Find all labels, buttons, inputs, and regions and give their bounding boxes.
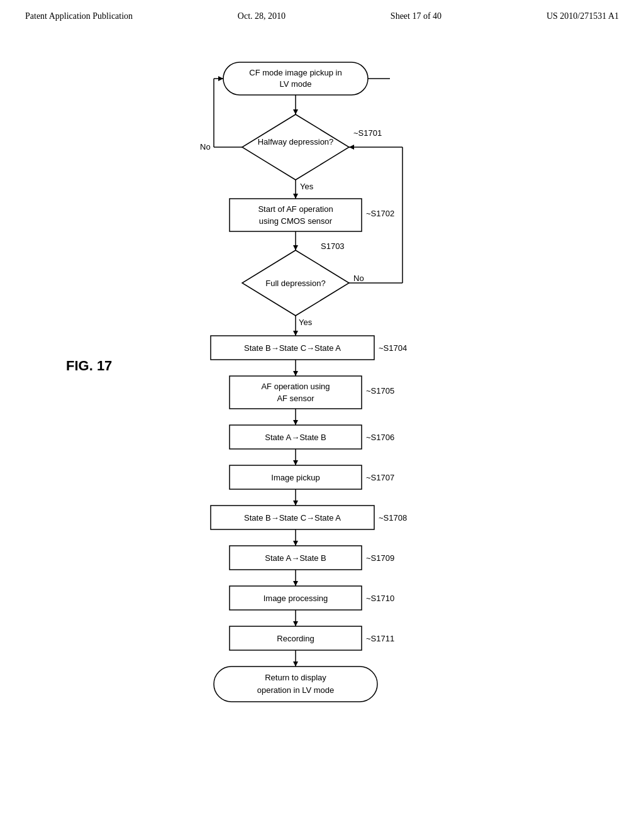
svg-text:Return to display: Return to display bbox=[265, 673, 326, 682]
svg-text:Halfway depression?: Halfway depression? bbox=[258, 137, 334, 147]
svg-text:Full depression?: Full depression? bbox=[265, 279, 325, 288]
yes-label-s1701: Yes bbox=[300, 182, 314, 191]
node-s1705: AF operation using AF sensor ~S1705 bbox=[230, 376, 394, 409]
svg-text:~S1707: ~S1707 bbox=[366, 473, 394, 482]
step-label-s1703-top: S1703 bbox=[321, 241, 345, 251]
header-sheet: Sheet 17 of 40 bbox=[391, 11, 441, 21]
no-label-s1703: No bbox=[353, 274, 364, 283]
svg-marker-54 bbox=[293, 541, 298, 546]
svg-text:Image processing: Image processing bbox=[264, 594, 328, 603]
node-s1710: Image processing ~S1710 bbox=[230, 586, 394, 610]
svg-text:Image pickup: Image pickup bbox=[271, 473, 319, 482]
svg-text:operation in LV mode: operation in LV mode bbox=[257, 685, 335, 695]
svg-text:State B→State C→State A: State B→State C→State A bbox=[244, 513, 341, 523]
node-start: CF mode image pickup in LV mode bbox=[223, 62, 368, 95]
header-patent-number: US 2010/271531 A1 bbox=[547, 11, 619, 21]
svg-rect-70 bbox=[214, 667, 377, 702]
svg-text:~S1711: ~S1711 bbox=[366, 634, 394, 643]
header-publication: Patent Application Publication bbox=[25, 11, 133, 21]
svg-text:~S1701: ~S1701 bbox=[353, 128, 382, 138]
svg-text:LV mode: LV mode bbox=[279, 79, 311, 89]
svg-marker-28 bbox=[293, 331, 298, 336]
node-s1704: State B→State C→State A ~S1704 bbox=[211, 336, 407, 360]
svg-text:AF sensor: AF sensor bbox=[277, 394, 314, 403]
node-end: Return to display operation in LV mode bbox=[214, 667, 377, 702]
node-s1707: Image pickup ~S1707 bbox=[230, 465, 394, 489]
header-date: Oct. 28, 2010 bbox=[238, 11, 286, 21]
svg-text:~S1710: ~S1710 bbox=[366, 594, 394, 603]
svg-marker-33 bbox=[293, 371, 298, 376]
svg-text:State B→State C→State A: State B→State C→State A bbox=[244, 343, 341, 353]
svg-marker-64 bbox=[293, 621, 298, 626]
svg-text:~S1704: ~S1704 bbox=[379, 343, 407, 353]
node-s1706: State A→State B ~S1706 bbox=[230, 425, 394, 449]
svg-marker-6 bbox=[242, 114, 349, 180]
node-s1708: State B→State C→State A ~S1708 bbox=[211, 506, 407, 529]
svg-marker-39 bbox=[293, 420, 298, 425]
svg-marker-69 bbox=[293, 661, 298, 667]
svg-text:AF operation using: AF operation using bbox=[261, 382, 330, 391]
svg-marker-12 bbox=[218, 76, 223, 81]
node-s1703: Full depression? bbox=[242, 250, 349, 316]
yes-label-s1703: Yes bbox=[299, 318, 313, 327]
svg-marker-26 bbox=[349, 145, 354, 150]
svg-rect-15 bbox=[230, 199, 362, 231]
fig-label: FIG. 17 bbox=[66, 358, 112, 374]
svg-marker-20 bbox=[293, 245, 298, 250]
svg-rect-0 bbox=[223, 62, 368, 95]
svg-text:State A→State B: State A→State B bbox=[265, 433, 326, 442]
node-s1711: Recording ~S1711 bbox=[230, 626, 394, 650]
svg-text:~S1706: ~S1706 bbox=[366, 433, 394, 442]
svg-text:Recording: Recording bbox=[277, 634, 314, 643]
svg-text:~S1709: ~S1709 bbox=[366, 553, 394, 563]
node-s1702: Start of AF operation using CMOS sensor … bbox=[230, 199, 394, 231]
svg-text:using CMOS sensor: using CMOS sensor bbox=[259, 216, 333, 226]
svg-rect-34 bbox=[230, 376, 362, 409]
svg-text:CF mode image pickup in: CF mode image pickup in bbox=[249, 68, 341, 77]
svg-marker-49 bbox=[293, 501, 298, 506]
svg-text:~S1708: ~S1708 bbox=[379, 513, 407, 523]
svg-text:State A→State B: State A→State B bbox=[265, 553, 326, 563]
page-header: Patent Application Publication Oct. 28, … bbox=[0, 0, 644, 28]
svg-text:Start of AF operation: Start of AF operation bbox=[258, 204, 333, 214]
svg-text:~S1702: ~S1702 bbox=[366, 209, 394, 218]
svg-marker-14 bbox=[293, 194, 298, 199]
svg-text:~S1705: ~S1705 bbox=[366, 386, 394, 396]
svg-marker-44 bbox=[293, 460, 298, 465]
node-s1709: State A→State B ~S1709 bbox=[230, 546, 394, 570]
svg-marker-5 bbox=[293, 109, 298, 114]
flowchart-svg: FIG. 17 CF mode image pickup in LV mode … bbox=[0, 28, 644, 801]
no-label-s1701: No bbox=[200, 142, 211, 152]
svg-marker-59 bbox=[293, 581, 298, 586]
